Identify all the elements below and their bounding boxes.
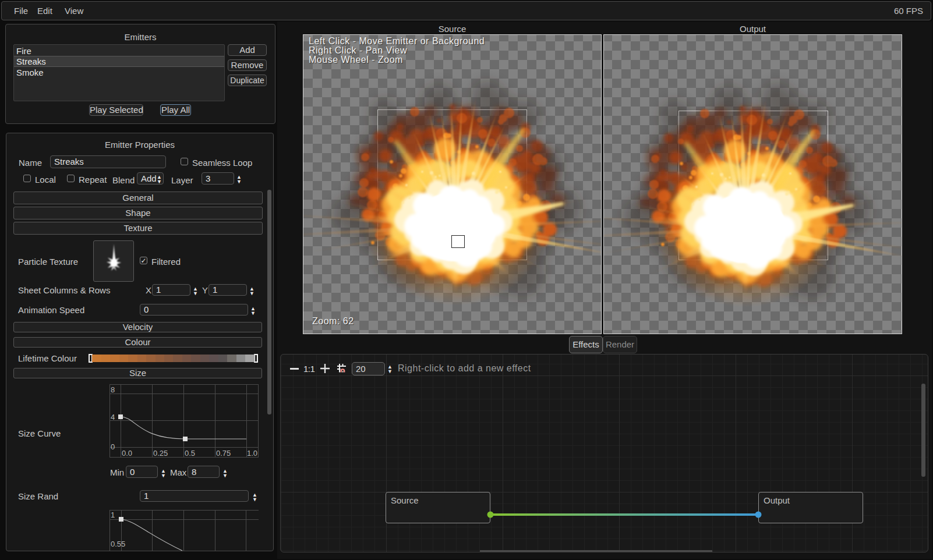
svg-text:0.0: 0.0: [122, 449, 132, 458]
svg-text:0.75: 0.75: [216, 449, 231, 458]
svg-text:0.25: 0.25: [153, 449, 168, 458]
svg-text:0: 0: [111, 442, 115, 451]
svg-text:1: 1: [111, 511, 115, 519]
svg-text:8: 8: [111, 385, 115, 394]
svg-text:0.55: 0.55: [111, 540, 125, 548]
svg-text:0.5: 0.5: [185, 449, 195, 458]
svg-text:4: 4: [111, 413, 115, 421]
svg-text:1.0: 1.0: [247, 449, 257, 458]
